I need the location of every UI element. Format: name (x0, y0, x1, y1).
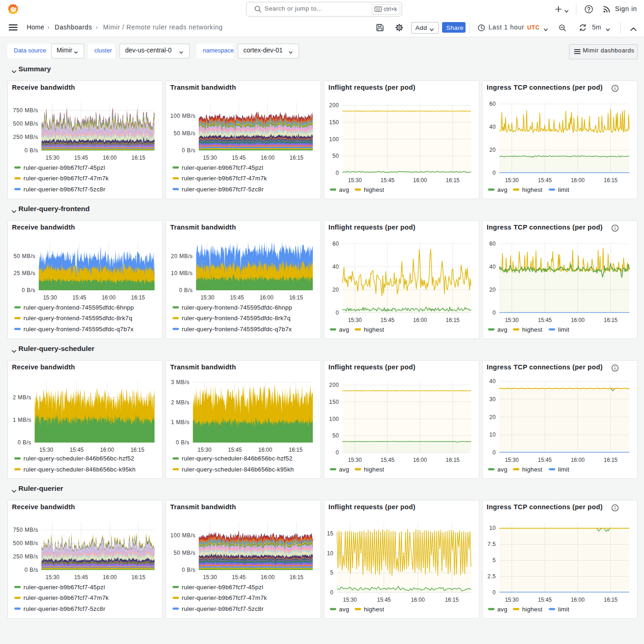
svg-text:150: 150 (329, 119, 339, 126)
svg-text:16:00: 16:00 (571, 317, 585, 323)
svg-text:15:45: 15:45 (377, 597, 391, 603)
svg-text:15:45: 15:45 (538, 317, 552, 323)
svg-text:7.5: 7.5 (488, 541, 496, 547)
svg-text:0 B/s: 0 B/s (182, 567, 196, 573)
svg-text:50: 50 (333, 432, 339, 439)
svg-text:16:15: 16:15 (604, 177, 617, 184)
svg-text:15:45: 15:45 (74, 574, 88, 581)
svg-text:ruler-querier-b9b67fcf7-5zc8r: ruler-querier-b9b67fcf7-5zc8r (182, 605, 264, 612)
svg-text:limit: limit (558, 466, 569, 473)
svg-text:0: 0 (493, 449, 496, 456)
svg-text:100: 100 (329, 416, 339, 422)
svg-text:200: 200 (329, 382, 339, 388)
svg-text:16:00: 16:00 (411, 597, 425, 603)
svg-text:avg: avg (339, 326, 349, 333)
svg-text:ruler-query-frontend-745595dfd: ruler-query-frontend-745595dfdc-8rk7q (23, 315, 132, 322)
svg-text:15:30: 15:30 (348, 457, 362, 463)
svg-text:16:00: 16:00 (571, 457, 585, 463)
svg-text:15:30: 15:30 (505, 317, 519, 323)
svg-text:ruler-querier-b9b67fcf7-45pzl: ruler-querier-b9b67fcf7-45pzl (23, 164, 105, 171)
svg-text:15:45: 15:45 (230, 294, 244, 301)
svg-text:avg: avg (339, 606, 349, 613)
svg-text:ruler-query-scheduler-846b656b: ruler-query-scheduler-846b656bc-k95kh (23, 466, 136, 473)
svg-text:avg: avg (497, 466, 507, 473)
svg-text:20 MB/s: 20 MB/s (171, 253, 193, 259)
svg-text:5: 5 (330, 569, 334, 576)
svg-text:16:00: 16:00 (261, 155, 275, 161)
svg-text:highest: highest (522, 326, 542, 333)
svg-text:ruler-query-scheduler-846b656b: ruler-query-scheduler-846b656bc-k95kh (182, 466, 294, 473)
svg-text:0: 0 (493, 170, 496, 176)
svg-text:0 B/s: 0 B/s (179, 287, 193, 293)
svg-text:16:15: 16:15 (131, 447, 144, 453)
svg-text:10 MB/s: 10 MB/s (171, 270, 193, 276)
svg-text:15:45: 15:45 (538, 457, 552, 463)
svg-text:15:45: 15:45 (380, 317, 394, 323)
svg-text:15:45: 15:45 (228, 447, 242, 453)
svg-text:50 MB/s: 50 MB/s (173, 130, 196, 137)
svg-text:15:30: 15:30 (46, 574, 59, 581)
svg-text:16:15: 16:15 (446, 317, 460, 323)
svg-text:limit: limit (558, 186, 569, 193)
svg-text:15: 15 (327, 530, 334, 537)
svg-text:ruler-querier-b9b67fcf7-5zc8r: ruler-querier-b9b67fcf7-5zc8r (23, 605, 105, 612)
svg-text:ruler-query-frontend-745595dfd: ruler-query-frontend-745595dfdc-6hnpp (23, 304, 134, 311)
svg-text:25 MB/s: 25 MB/s (13, 270, 35, 276)
svg-text:50 MB/s: 50 MB/s (173, 550, 196, 556)
svg-text:16:00: 16:00 (100, 447, 114, 453)
svg-text:20: 20 (489, 287, 496, 293)
svg-text:15:30: 15:30 (40, 447, 53, 453)
svg-text:0 B/s: 0 B/s (17, 439, 31, 446)
svg-text:highest: highest (522, 186, 542, 193)
svg-text:15:45: 15:45 (380, 457, 394, 463)
svg-text:3 MB/s: 3 MB/s (171, 379, 190, 385)
svg-text:ruler-querier-b9b67fcf7-5zc8r: ruler-querier-b9b67fcf7-5zc8r (182, 186, 264, 193)
svg-text:15:30: 15:30 (348, 317, 362, 323)
svg-text:0 B/s: 0 B/s (24, 567, 38, 573)
svg-text:highest: highest (522, 606, 542, 613)
svg-text:ruler-query-frontend-745595dfd: ruler-query-frontend-745595dfdc-q7b7x (23, 326, 134, 333)
svg-text:10: 10 (327, 550, 334, 557)
svg-text:10: 10 (489, 525, 496, 531)
svg-text:40: 40 (489, 124, 496, 130)
svg-text:ruler-query-frontend-745595dfd: ruler-query-frontend-745595dfdc-6hnpp (182, 304, 292, 311)
svg-text:16:15: 16:15 (289, 447, 303, 453)
svg-text:0: 0 (493, 310, 496, 316)
svg-text:15:30: 15:30 (348, 177, 362, 184)
svg-text:15:45: 15:45 (74, 155, 88, 161)
svg-text:16:00: 16:00 (103, 155, 117, 161)
svg-text:ruler-querier-b9b67fcf7-45pzl: ruler-querier-b9b67fcf7-45pzl (23, 584, 105, 591)
svg-text:15:45: 15:45 (72, 294, 86, 301)
svg-text:2 MB/s: 2 MB/s (171, 399, 190, 406)
svg-text:40: 40 (489, 264, 496, 270)
svg-text:500 MB/s: 500 MB/s (13, 540, 38, 546)
svg-text:ruler-querier-b9b67fcf7-45pzl: ruler-querier-b9b67fcf7-45pzl (182, 164, 263, 171)
svg-text:16:00: 16:00 (102, 294, 115, 301)
svg-text:20: 20 (489, 414, 496, 420)
svg-text:avg: avg (497, 606, 507, 613)
svg-text:15:30: 15:30 (203, 574, 217, 581)
svg-text:ruler-querier-b9b67fcf7-45pzl: ruler-querier-b9b67fcf7-45pzl (182, 584, 263, 591)
svg-text:750 MB/s: 750 MB/s (13, 527, 38, 533)
svg-text:250 MB/s: 250 MB/s (13, 553, 38, 560)
svg-text:highest: highest (364, 606, 384, 613)
svg-text:ruler-query-frontend-745595dfd: ruler-query-frontend-745595dfdc-8rk7q (182, 315, 291, 322)
svg-text:ruler-querier-b9b67fcf7-47m7k: ruler-querier-b9b67fcf7-47m7k (23, 175, 109, 182)
svg-text:60: 60 (489, 101, 496, 107)
svg-text:ruler-query-frontend-745595dfd: ruler-query-frontend-745595dfdc-q7b7x (182, 326, 292, 333)
svg-text:50 MB/s: 50 MB/s (13, 253, 35, 259)
svg-text:15:30: 15:30 (203, 155, 217, 161)
svg-text:40: 40 (333, 264, 339, 270)
svg-text:15:30: 15:30 (343, 597, 357, 603)
svg-text:0: 0 (336, 170, 339, 176)
svg-text:500 MB/s: 500 MB/s (13, 121, 38, 127)
svg-text:16:15: 16:15 (132, 155, 145, 161)
svg-text:20: 20 (333, 287, 339, 293)
svg-text:250 MB/s: 250 MB/s (13, 134, 38, 140)
svg-text:100 MB/s: 100 MB/s (170, 113, 196, 119)
svg-text:16:15: 16:15 (446, 177, 460, 184)
svg-text:16:00: 16:00 (571, 177, 585, 184)
svg-text:16:15: 16:15 (289, 574, 303, 581)
svg-text:16:00: 16:00 (261, 574, 275, 581)
svg-text:0 B/s: 0 B/s (22, 287, 35, 293)
